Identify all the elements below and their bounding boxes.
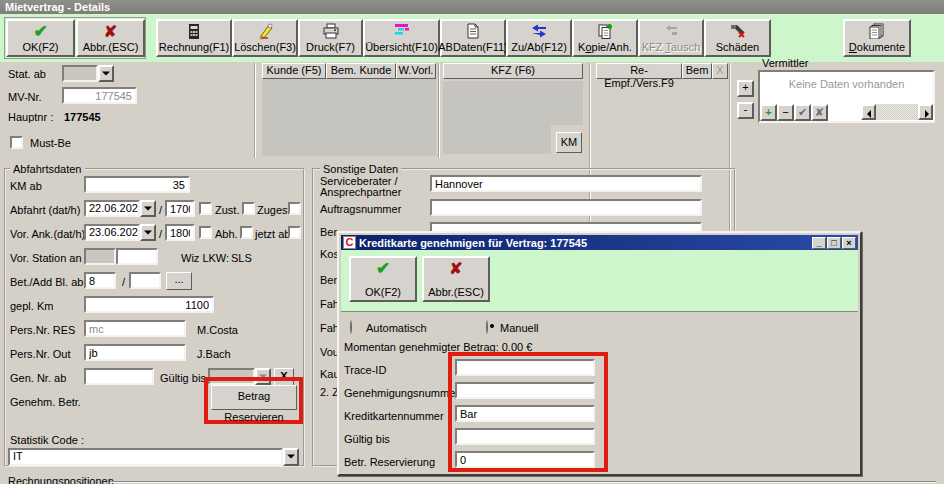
bem-button[interactable]: Bem: [682, 63, 712, 79]
kfz-button[interactable]: KFZ (F6): [443, 63, 583, 79]
browse-button[interactable]: ...: [166, 272, 192, 290]
confirm-row-button[interactable]: ✔: [794, 104, 811, 121]
chevron-down-icon[interactable]: [98, 65, 114, 82]
must-be-label: Must-Be: [30, 137, 71, 149]
cancel-button[interactable]: ✘ Abbr.(ESC): [76, 19, 145, 57]
vor-ank-time-field[interactable]: [165, 224, 195, 241]
wiz-lkw-label: Wiz LKW:: [181, 252, 229, 264]
betrag-reservieren-button[interactable]: Betrag Reservieren: [211, 385, 297, 410]
gen-nr-label: Gen. Nr. ab: [10, 372, 66, 384]
jetzt-abh-checkbox[interactable]: [240, 226, 253, 239]
maximize-button[interactable]: □: [827, 237, 841, 249]
wiz-lkw-value: SLS: [231, 252, 252, 264]
window-titlebar: Mietvertrag - Details: [0, 0, 944, 14]
kfz-panel: [443, 81, 551, 154]
ok-button-label: OK(F2): [22, 41, 58, 53]
vor-station-label: Vor. Station an: [10, 252, 82, 264]
reempf-button[interactable]: Re-Empf./Vers.F9: [596, 63, 682, 79]
automatisch-radio[interactable]: [350, 320, 352, 334]
loeschen-button[interactable]: Löschen(F3): [232, 19, 298, 57]
horizontal-scrollbar[interactable]: [861, 104, 933, 120]
add-row-button[interactable]: +: [760, 104, 777, 121]
transfer-arrows-icon: [530, 23, 548, 38]
auftragsnummer-field[interactable]: [430, 199, 702, 216]
rechnung-button[interactable]: Rechnung(F1): [156, 19, 232, 57]
wvorl-button[interactable]: W.Vorl.: [396, 63, 436, 79]
gepl-km-field[interactable]: [84, 296, 214, 313]
zuab-button[interactable]: Zu/Ab(F12): [506, 19, 572, 57]
vor-station-code-field: [84, 248, 116, 265]
druck-button-label: Druck(F7): [306, 41, 355, 53]
app-logo-icon: C: [343, 236, 356, 249]
scroll-left-icon[interactable]: [861, 104, 876, 120]
abdaten-button[interactable]: ABDaten(F11): [440, 19, 506, 57]
kunde-button[interactable]: Kunde (F5): [262, 63, 326, 79]
manuell-radio[interactable]: [486, 320, 488, 334]
minimize-button[interactable]: _: [812, 237, 826, 249]
dialog-fields-highlight-box: [448, 352, 608, 472]
manuell-label: Manuell: [500, 322, 539, 334]
abh-label: Abh.: [215, 228, 238, 240]
abfahrt-date-combobox[interactable]: 22.06.2020: [84, 200, 156, 217]
gen-nr-field[interactable]: [84, 368, 154, 385]
dialog-ok-button[interactable]: ✔ OK(F2): [349, 256, 417, 302]
ok-cancel-group: ✔ OK(F2) ✘ Abbr.(ESC): [4, 17, 146, 59]
app-window: Mietvertrag - Details ✔ OK(F2) ✘ Abbr.(E…: [0, 0, 944, 484]
bet-add-label: Bet./Add Bl. ab: [10, 276, 83, 288]
km-button[interactable]: KM: [556, 132, 582, 153]
vor-station-field[interactable]: [116, 248, 158, 265]
uebersicht-button[interactable]: Übersicht(F10): [363, 19, 440, 57]
extra-checkbox-2[interactable]: [288, 226, 301, 239]
pers-res-field[interactable]: [84, 320, 186, 337]
schaeden-button[interactable]: Schäden: [704, 19, 771, 57]
check-icon: ✔: [33, 23, 47, 40]
bet-field[interactable]: [84, 272, 116, 289]
extra-checkbox-1[interactable]: [288, 202, 301, 215]
vermittler-plus-button[interactable]: +: [737, 80, 754, 97]
remove-row-button[interactable]: −: [777, 104, 794, 121]
vor-ank-date-combobox[interactable]: 23.06.2020: [84, 224, 156, 241]
zust-checkbox[interactable]: [199, 202, 212, 215]
check-icon: ✔: [376, 260, 390, 277]
dialog-cancel-button[interactable]: ✘ Abbr.(ESC): [422, 256, 490, 302]
close-button[interactable]: ×: [842, 237, 856, 249]
mv-nr-label: MV-Nr.: [8, 91, 42, 103]
add-bl-field[interactable]: [129, 272, 161, 289]
serviceberater-field[interactable]: [430, 175, 702, 192]
bem-kunde-button[interactable]: Bem. Kunde: [326, 63, 396, 79]
kopie-button[interactable]: Kopie/Anh.: [572, 19, 638, 57]
genehm-betr-label: Genehm. Betr.: [10, 396, 81, 408]
dialog-titlebar[interactable]: C Kreditkarte genehmigen für Vertrag: 17…: [341, 235, 858, 250]
zugest-checkbox[interactable]: [242, 202, 255, 215]
chevron-down-icon[interactable]: [140, 224, 156, 241]
mv-nr-field[interactable]: [62, 87, 137, 104]
chevron-down-icon[interactable]: [283, 448, 299, 466]
slash-separator: /: [122, 276, 125, 288]
damage-tool-icon: [729, 23, 747, 39]
druck-button[interactable]: Druck(F7): [298, 19, 363, 57]
schaeden-button-label: Schäden: [716, 41, 759, 53]
statistik-code-combobox[interactable]: IT: [8, 448, 299, 466]
cancel-button-label: Abbr.(ESC): [83, 41, 139, 53]
vermittler-grid: Keine Daten vorhanden + − ✔ ✘: [758, 70, 935, 123]
abfahrt-time-field[interactable]: [165, 200, 195, 217]
kfz-tausch-button-label: KFZ Tausch: [642, 41, 701, 53]
stat-ab-combobox[interactable]: [62, 65, 114, 82]
separator: [254, 63, 256, 158]
documents-stack-icon: [868, 23, 886, 39]
dokumente-button[interactable]: Dokumente: [843, 19, 911, 57]
chevron-down-icon[interactable]: [140, 200, 156, 217]
vermittler-minus-button[interactable]: -: [737, 102, 754, 119]
pers-res-label: Pers.Nr. RES: [10, 324, 75, 336]
hauptnr-value: 177545: [64, 111, 101, 123]
slash-separator: /: [159, 204, 162, 216]
document-icon: [466, 23, 480, 39]
pers-out-field[interactable]: [84, 344, 186, 361]
cancel-row-button[interactable]: ✘: [811, 104, 828, 121]
scroll-right-icon[interactable]: [918, 104, 933, 120]
must-be-checkbox[interactable]: [10, 136, 23, 149]
km-ab-field[interactable]: [84, 176, 190, 193]
ok-button[interactable]: ✔ OK(F2): [6, 19, 75, 57]
scrollbar-track[interactable]: [876, 104, 918, 120]
abh-checkbox[interactable]: [199, 226, 212, 239]
